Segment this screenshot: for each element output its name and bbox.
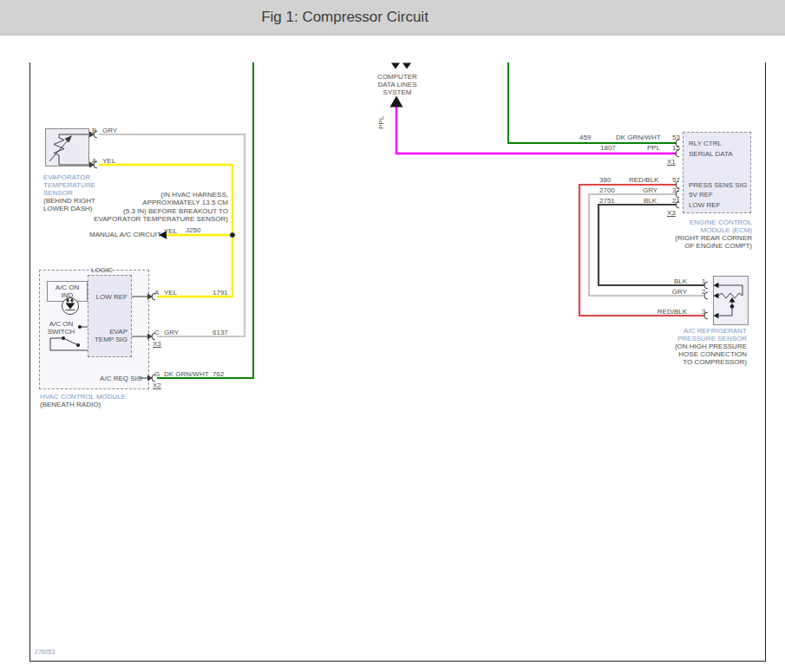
computer-data-lines-label: COMPUTER DATA LINES SYSTEM [370, 73, 425, 96]
hvac-ckt-c: 6137 [213, 329, 228, 336]
data-lines-arrow-2 [402, 63, 411, 69]
potentiometer-symbol [714, 283, 743, 318]
ecm-ckt-459: 459 [579, 134, 591, 141]
evap-temp-sig-label: EVAP TEMP SIG [89, 328, 128, 343]
ecm-name-block: ENGINE CONTROL MODULE (ECM) (RIGHT REAR … [657, 219, 752, 250]
harness-note: (IN HVAC HARNESS, APPROXIMATELY 13.5 CM … [55, 191, 228, 223]
hvac-wire-a-color: YEL [164, 289, 177, 297]
evap-wire-a-color: YEL [102, 157, 115, 165]
ac-req-sig-label: A/C REQ SIG [94, 375, 142, 382]
hvac-module-name: HVAC CONTROL MODULE [40, 393, 126, 401]
thermistor-symbol [49, 134, 88, 165]
ecm-connector-x3: X3 [667, 209, 676, 217]
ac-on-ind-label: A/C ON IND [47, 284, 88, 299]
sensor-wire-gry: GRY [652, 288, 687, 296]
ecm-color-ppl: PPL [647, 144, 660, 152]
splice-id: J250 [186, 226, 200, 234]
hvac-wire-c-color: GRY [164, 329, 179, 336]
logic-pin-lines [132, 297, 147, 378]
sensor-name-block: A/C REFRIGERANT PRESSURE SENSOR (ON HIGH… [651, 327, 747, 366]
splice-wire-color: YEL [164, 227, 177, 235]
ecm-color-redblk: RED/BLK [629, 176, 658, 184]
hvac-pin-a: A [154, 289, 159, 297]
ecm-label-serial-data: SERIAL DATA [689, 150, 733, 158]
wire-grn-to-ecm [508, 62, 677, 143]
sensor-pin-1: 1 [702, 277, 705, 285]
ecm-ckt-2700: 2700 [599, 186, 615, 194]
ecm-connector-x1: X1 [667, 158, 676, 166]
low-ref-label: LOW REF [89, 293, 128, 301]
logic-label: LOGIC [91, 266, 113, 274]
manual-ac-circuit-label: MANUAL A/C CIRCUIT [89, 231, 161, 238]
ppl-offpage-arrow [390, 96, 403, 108]
splice-dot-j250 [230, 232, 235, 238]
evap-wire-b-color: GRY [102, 127, 117, 134]
pin-arrows [89, 132, 153, 382]
hvac-connector-x3: X3 [153, 340, 161, 348]
figure-number: 276053 [35, 649, 55, 655]
hvac-wire-g-color: DK GRN/WHT [164, 370, 209, 378]
evap-pin-a: A [92, 157, 96, 165]
led-indicator-symbol [62, 298, 79, 315]
ecm-ckt-2751: 2751 [599, 197, 615, 205]
ecm-ckt-380: 380 [599, 176, 611, 184]
ecm-label-low-ref: LOW REF [689, 201, 720, 209]
ecm-pin-57: 57 [672, 176, 680, 184]
hvac-ckt-g: 762 [213, 370, 224, 378]
ecm-label-rly-ctrl: RLY CTRL [689, 140, 722, 147]
sensor-pin-2: 2 [702, 288, 705, 296]
sensor-pin-3: 3 [702, 308, 705, 316]
ecm-label-press-sens-sig: PRESS SENS SIG [689, 181, 747, 189]
hvac-connector-x2: X2 [153, 382, 161, 389]
wire-ppl-to-ecm [396, 107, 677, 153]
ecm-pin-21: 21 [672, 197, 680, 205]
sensor-wire-redblk: RED/BLK [648, 308, 687, 316]
ecm-label-5v-ref: 5V REF [689, 191, 713, 199]
ppl-wire-label: PPL [377, 116, 385, 129]
ecm-color-dkgrnwht: DK GRN/WHT [616, 134, 661, 141]
ac-on-switch-label: A/C ON SWITCH [42, 320, 81, 336]
connector-brackets [94, 131, 708, 382]
ecm-ckt-1807: 1807 [600, 144, 616, 152]
ecm-pin-53: 53 [672, 134, 680, 141]
hvac-module-location: (BENEATH RADIO) [40, 401, 101, 408]
data-lines-arrow-1 [391, 63, 400, 69]
ecm-pin-37: 37 [672, 186, 680, 194]
hvac-pin-g: G [154, 370, 160, 378]
evap-pin-b: B [92, 127, 96, 134]
ecm-pin-15: 15 [672, 144, 680, 152]
ecm-color-gry: GRY [643, 186, 657, 194]
ecm-color-blk: BLK [644, 197, 657, 205]
sensor-wire-blk: BLK [652, 277, 687, 285]
hvac-ckt-a: 1791 [213, 289, 228, 297]
hvac-pin-c: C [154, 329, 160, 336]
